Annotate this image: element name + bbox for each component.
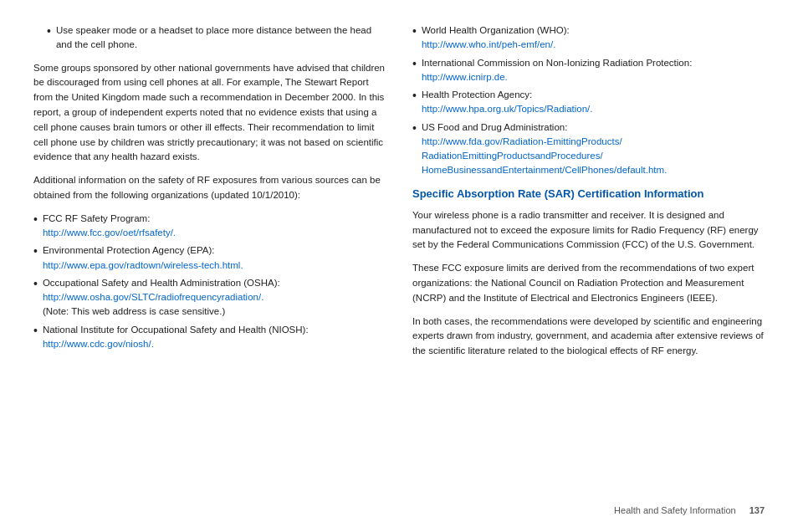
footer: Health and Safety Information 137 (33, 492, 765, 515)
who-link[interactable]: http://www.who.int/peh-emf/en/. (422, 39, 555, 49)
hpa-label: Health Protection Agency: (422, 90, 532, 100)
para-groups: Some groups sponsored by other national … (33, 61, 386, 166)
footer-text: Health and Safety Information (614, 505, 736, 515)
page-container: • Use speaker mode or a headset to place… (0, 0, 798, 532)
bullet-osha: • Occupational Safety and Health Adminis… (33, 276, 386, 320)
osha-note: (Note: This web address is case sensitiv… (43, 306, 225, 316)
bullet-niosh: • National Institute for Occupational Sa… (33, 323, 386, 352)
bullet-fcc: • FCC RF Safety Program: http://www.fcc.… (33, 212, 386, 241)
bullet-epa: • Environmental Protection Agency (EPA):… (33, 243, 386, 273)
niosh-label: National Institute for Occupational Safe… (43, 325, 309, 335)
intro-bullet-list: • Use speaker mode or a headset to place… (33, 23, 386, 53)
bullet-dot-epa: • (33, 243, 38, 273)
bullet-content-fcc: FCC RF Safety Program: http://www.fcc.go… (43, 212, 386, 241)
bullet-dot-fcc: • (33, 212, 38, 241)
bullet-dot-fda: • (412, 120, 417, 178)
right-bullet-list: • World Health Organization (WHO): http:… (412, 23, 765, 178)
left-column: • Use speaker mode or a headset to place… (33, 23, 386, 485)
two-column-layout: • Use speaker mode or a headset to place… (33, 23, 765, 485)
bullet-dot-hpa: • (412, 88, 417, 117)
bullet-dot-who: • (412, 23, 417, 53)
hpa-link[interactable]: http://www.hpa.org.uk/Topics/Radiation/. (422, 104, 593, 114)
fda-link-line3: HomeBusinessandEntertainment/CellPhones/… (422, 165, 664, 175)
osha-link[interactable]: http://www.osha.gov/SLTC/radiofrequencyr… (43, 292, 263, 302)
bullet-content-epa: Environmental Protection Agency (EPA): h… (43, 243, 386, 273)
fda-label: US Food and Drug Administration: (422, 122, 568, 132)
right-column: • World Health Organization (WHO): http:… (412, 23, 765, 485)
fda-link[interactable]: http://www.fda.gov/Radiation-EmittingPro… (422, 136, 667, 176)
osha-label: Occupational Safety and Health Administr… (43, 278, 280, 288)
bullet-content-who: World Health Organization (WHO): http://… (422, 23, 765, 53)
fcc-link[interactable]: http://www.fcc.gov/oet/rfsafety/. (43, 228, 176, 238)
bullet-dot-icnirp: • (412, 56, 417, 85)
bullet-content-icnirp: International Commission on Non-Ionizing… (422, 56, 765, 85)
bullet-content-niosh: National Institute for Occupational Safe… (43, 323, 386, 352)
bullet-content-fda: US Food and Drug Administration: http://… (422, 120, 765, 178)
bullet-content-osha: Occupational Safety and Health Administr… (43, 276, 386, 320)
sar-para-1: Your wireless phone is a radio transmitt… (412, 208, 765, 253)
bullet-item-speaker: • Use speaker mode or a headset to place… (47, 23, 386, 53)
bullet-content-hpa: Health Protection Agency: http://www.hpa… (422, 88, 765, 117)
icnirp-link[interactable]: http://www.icnirp.de. (422, 72, 508, 82)
bullet-fda: • US Food and Drug Administration: http:… (412, 120, 765, 178)
bullet-icnirp: • International Commission on Non-Ionizi… (412, 56, 765, 85)
para-additional: Additional information on the safety of … (33, 173, 386, 203)
bullet-dot-osha: • (33, 276, 38, 320)
sar-para-3: In both cases, the recommendations were … (412, 315, 765, 359)
bullet-dot: • (47, 23, 51, 53)
epa-link[interactable]: http://www.epa.gov/radtown/wireless-tech… (43, 260, 243, 270)
epa-label: Environmental Protection Agency (EPA): (43, 245, 215, 255)
org-bullet-list: • FCC RF Safety Program: http://www.fcc.… (33, 212, 386, 351)
fda-link-line2: RadiationEmittingProductsandProcedures/ (422, 151, 603, 161)
bullet-who: • World Health Organization (WHO): http:… (412, 23, 765, 53)
icnirp-label: International Commission on Non-Ionizing… (422, 58, 692, 68)
who-label: World Health Organization (WHO): (422, 25, 570, 35)
sar-heading: Specific Absorption Rate (SAR) Certifica… (412, 187, 765, 202)
fda-link-line1: http://www.fda.gov/Radiation-EmittingPro… (422, 136, 622, 146)
fcc-label: FCC RF Safety Program: (43, 213, 150, 223)
footer-page-number: 137 (749, 505, 765, 515)
bullet-hpa: • Health Protection Agency: http://www.h… (412, 88, 765, 117)
bullet-dot-niosh: • (33, 323, 38, 352)
sar-para-2: These FCC exposure limits are derived fr… (412, 261, 765, 305)
niosh-link[interactable]: http://www.cdc.gov/niosh/. (43, 339, 154, 349)
bullet-text-speaker: Use speaker mode or a headset to place m… (56, 23, 386, 53)
